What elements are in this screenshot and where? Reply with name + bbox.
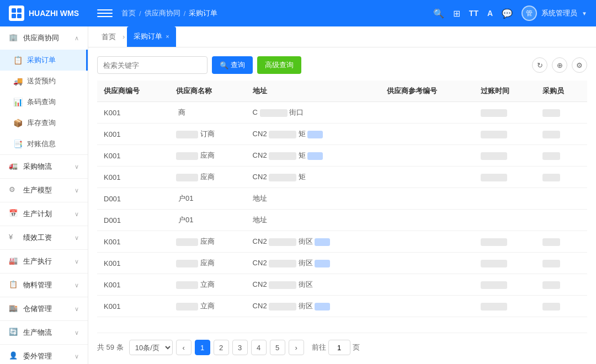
cell-address: 地址 — [246, 188, 380, 210]
sidebar-group-procurement[interactable]: 🚛 采购物流 ∨ — [0, 155, 88, 178]
cell-name: 商 — [169, 102, 246, 124]
sidebar-group-materials[interactable]: 📋 物料管理 ∨ — [0, 274, 88, 297]
sidebar-group-production-logistics[interactable]: 🔄 生产物流 ∨ — [0, 321, 88, 344]
sidebar-item-purchase-order[interactable]: 📋 采购订单 — [0, 50, 88, 71]
translate-icon[interactable]: A — [487, 9, 493, 18]
table-row[interactable]: D001 户01地址 — [97, 188, 587, 210]
sidebar-group-salary[interactable]: ¥ 绩效工资 ∨ — [0, 226, 88, 249]
svg-rect-1 — [17, 8, 22, 13]
breadcrumb-supplier[interactable]: 供应商协同 — [145, 8, 180, 18]
cell-buyer — [536, 145, 587, 167]
tab-purchase-order[interactable]: 采购订单 × — [127, 26, 175, 47]
search-btn-label: 查询 — [231, 60, 245, 70]
menu-toggle-button[interactable] — [97, 6, 113, 21]
warehouse-icon: 🏬 — [9, 304, 19, 314]
cell-code: K001 — [97, 124, 169, 145]
procurement-icon: 🚛 — [9, 162, 19, 172]
page-btn-1[interactable]: 1 — [195, 340, 210, 355]
sidebar-item-barcode[interactable]: 📊 条码查询 — [0, 92, 88, 113]
svg-rect-2 — [12, 14, 16, 18]
supplier-group-label: 供应商协同 — [23, 33, 74, 43]
search-button[interactable]: 🔍 查询 — [212, 56, 253, 74]
table-row[interactable]: K001 应商CN2 矩 — [97, 145, 587, 167]
cell-buyer — [536, 102, 587, 124]
cell-code: K001 — [97, 145, 169, 167]
cell-ref — [380, 210, 474, 231]
production-logistics-icon: 🔄 — [9, 328, 19, 338]
sidebar-item-delivery[interactable]: 🚚 送货预约 — [0, 71, 88, 92]
col-ref-num: 供应商参考编号 — [380, 81, 474, 102]
table-row[interactable]: K001 应商CN2 矩 — [97, 167, 587, 188]
col-buyer: 采购员 — [536, 81, 587, 102]
settings-button[interactable]: ⚙ — [572, 57, 587, 73]
prev-page-button[interactable]: ‹ — [176, 340, 191, 355]
page-size-select[interactable]: 10条/页 — [129, 340, 173, 355]
cell-address: C 街口 — [246, 102, 380, 124]
sidebar-group-production-exec[interactable]: 🏭 生产执行 ∨ — [0, 250, 88, 273]
inventory-icon: 📦 — [13, 119, 23, 127]
table-row[interactable]: K001 应商CN2 街区 — [97, 253, 587, 274]
sidebar-group-outsource[interactable]: 👤 委外管理 ∨ — [0, 345, 88, 364]
table-row[interactable]: K001 应商CN2 街区 — [97, 231, 587, 253]
cell-date — [474, 210, 536, 231]
advanced-search-button[interactable]: 高级查询 — [257, 56, 301, 74]
production-logistics-chevron: ∨ — [74, 329, 79, 336]
sidebar-group-warehouse[interactable]: 🏬 仓储管理 ∨ — [0, 297, 88, 320]
table-row[interactable]: K001 立商CN2 街区 — [97, 296, 587, 317]
font-icon[interactable]: TT — [469, 9, 478, 18]
sidebar-item-label-delivery: 送货预约 — [27, 76, 56, 86]
user-dropdown-arrow: ▼ — [582, 10, 587, 17]
app-name: HUAZHI WMS — [29, 9, 79, 18]
cell-date — [474, 145, 536, 167]
cell-date — [474, 102, 536, 124]
cell-name: 户01 — [169, 188, 246, 210]
logo-area: HUAZHI WMS — [9, 6, 97, 21]
page-btn-5[interactable]: 5 — [270, 340, 285, 355]
table-body: K001 商C 街口K001 订商CN2 矩 K001 应商CN2 矩 K001… — [97, 102, 587, 317]
cell-buyer — [536, 274, 587, 296]
cell-address: CN2 街区 — [246, 253, 380, 274]
cell-buyer — [536, 296, 587, 317]
table-row[interactable]: K001 订商CN2 矩 — [97, 124, 587, 145]
table-row[interactable]: K001 立商CN2 街区 — [97, 274, 587, 296]
cell-ref — [380, 274, 474, 296]
breadcrumb-home[interactable]: 首页 — [121, 8, 136, 18]
user-area[interactable]: 管 系统管理员 ▼ — [522, 6, 587, 21]
tab-close-icon[interactable]: × — [166, 33, 169, 40]
zoom-button[interactable]: ⊕ — [552, 57, 567, 73]
message-icon[interactable]: 💬 — [502, 8, 513, 19]
page-goto: 前往 页 — [312, 340, 360, 355]
page-btn-4[interactable]: 4 — [251, 340, 267, 355]
sidebar-item-inventory[interactable]: 📦 库存查询 — [0, 113, 88, 133]
search-input[interactable] — [97, 56, 207, 74]
sidebar-section-production-model: ⚙ 生产模型 ∨ — [0, 179, 88, 202]
cell-date — [474, 296, 536, 317]
sidebar-section-procurement: 🚛 采购物流 ∨ — [0, 155, 88, 179]
sidebar-group-supplier[interactable]: 🏢 供应商协同 ∧ — [0, 26, 88, 50]
page-btn-3[interactable]: 3 — [232, 340, 248, 355]
svg-rect-0 — [12, 8, 16, 13]
cell-address: 地址 — [246, 210, 380, 231]
table-row[interactable]: D001 户01地址 — [97, 210, 587, 231]
tab-home[interactable]: 首页 — [97, 32, 120, 42]
materials-label: 物料管理 — [23, 280, 74, 290]
salary-label: 绩效工资 — [23, 233, 74, 243]
next-page-button[interactable]: › — [289, 340, 304, 355]
goto-input[interactable] — [328, 340, 350, 355]
cell-buyer — [536, 124, 587, 145]
sidebar-group-production-plan[interactable]: 📅 生产计划 ∨ — [0, 202, 88, 226]
grid-icon[interactable]: ⊞ — [453, 8, 460, 19]
refresh-button[interactable]: ↻ — [532, 57, 547, 73]
sidebar-item-reconciliation[interactable]: 📑 对账信息 — [0, 133, 88, 154]
table-row[interactable]: K001 商C 街口 — [97, 102, 587, 124]
cell-code: K001 — [97, 167, 169, 188]
production-model-chevron: ∨ — [74, 187, 79, 194]
outsource-icon: 👤 — [9, 351, 19, 361]
cell-ref — [380, 167, 474, 188]
cell-code: K001 — [97, 102, 169, 124]
page-btn-2[interactable]: 2 — [214, 340, 229, 355]
top-nav: HUAZHI WMS 首页 / 供应商协同 / 采购订单 🔍 ⊞ TT A 💬 … — [0, 0, 596, 26]
search-nav-icon[interactable]: 🔍 — [433, 8, 444, 19]
sidebar-group-production-model[interactable]: ⚙ 生产模型 ∨ — [0, 179, 88, 202]
page-label: 页 — [353, 342, 360, 352]
